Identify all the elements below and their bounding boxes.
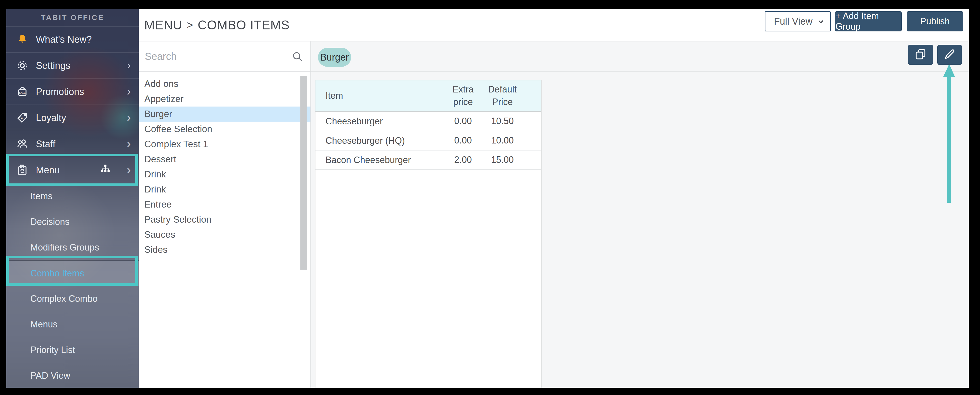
sidebar-item-label: Loyalty xyxy=(36,113,66,123)
table-row[interactable]: Bacon Cheeseburger 2.00 15.00 xyxy=(315,150,541,170)
default-price-cell: 10.00 xyxy=(481,131,524,150)
table-row[interactable]: Cheeseburger 0.00 10.50 xyxy=(315,112,541,131)
category-drink-2[interactable]: Drink xyxy=(139,182,310,197)
category-coffee-selection[interactable]: Coffee Selection xyxy=(139,122,310,137)
item-name-cell: Cheeseburger xyxy=(326,112,383,131)
sidebar-subitem-label: Items xyxy=(30,191,52,201)
item-name-cell: Bacon Cheeseburger xyxy=(326,150,411,170)
view-select[interactable]: Full View xyxy=(765,11,830,31)
svg-text:SALE: SALE xyxy=(19,91,26,94)
breadcrumb: MENU > COMBO ITEMS xyxy=(144,9,290,41)
category-sides[interactable]: Sides xyxy=(139,242,310,257)
svg-text:♥: ♥ xyxy=(21,116,23,120)
people-icon xyxy=(16,138,29,150)
sidebar-item-loyalty[interactable]: ♥ Loyalty › xyxy=(6,105,139,131)
sidebar-item-menus[interactable]: Menus xyxy=(6,312,139,337)
add-item-group-button[interactable]: + Add Item Group xyxy=(835,11,902,31)
item-group-header-row xyxy=(310,42,969,72)
sidebar-subitem-label: PAD View xyxy=(30,370,70,381)
screenshot-frame: TABIT OFFICE What's New? Settings › SALE… xyxy=(0,0,980,395)
chevron-right-icon: › xyxy=(127,164,131,175)
pencil-icon xyxy=(943,48,956,62)
table-header-row: Item Extra price Default Price xyxy=(315,80,541,112)
category-add-ons[interactable]: Add ons xyxy=(139,77,310,91)
category-entree[interactable]: Entree xyxy=(139,197,310,212)
sidebar-item-decisions[interactable]: Decisions xyxy=(6,209,139,235)
search-icon xyxy=(291,51,304,64)
sidebar-item-complex-combo[interactable]: Complex Combo xyxy=(6,286,139,312)
sidebar-subitem-label: Priority List xyxy=(30,345,75,355)
breadcrumb-combo-items[interactable]: COMBO ITEMS xyxy=(198,18,290,32)
sidebar-item-label: Promotions xyxy=(36,86,84,97)
sidebar-item-staff[interactable]: Staff › xyxy=(6,131,139,157)
hierarchy-icon xyxy=(100,163,111,177)
sidebar-item-settings[interactable]: Settings › xyxy=(6,53,139,79)
sidebar-item-priority-list[interactable]: Priority List xyxy=(6,337,139,363)
bell-icon xyxy=(16,33,29,46)
copy-icon xyxy=(914,48,927,62)
extra-price-cell: 0.00 xyxy=(444,131,482,150)
category-pastry-selection[interactable]: Pastry Selection xyxy=(139,212,310,227)
sidebar-item-combo-items[interactable]: Combo Items xyxy=(6,260,139,286)
sidebar-item-items[interactable]: Items xyxy=(6,184,139,209)
tabit-office-app: TABIT OFFICE What's New? Settings › SALE… xyxy=(6,9,969,388)
sidebar-item-label: Menu xyxy=(36,165,60,176)
category-burger[interactable]: Burger xyxy=(139,107,310,122)
extra-price-cell: 2.00 xyxy=(444,150,482,170)
up-arrow-annotation-shaft xyxy=(947,76,951,203)
sale-sign-icon: SALE xyxy=(16,85,29,98)
edit-group-button[interactable] xyxy=(937,45,962,65)
sidebar-item-menu[interactable]: Menu › xyxy=(6,157,139,184)
menu-card-icon xyxy=(16,163,29,177)
sidebar-subitem-label: Complex Combo xyxy=(30,293,98,304)
panel-divider xyxy=(310,42,311,388)
sidebar-subitem-label: Menus xyxy=(30,319,57,329)
item-name-cell: Cheeseburger (HQ) xyxy=(326,131,405,150)
publish-button[interactable]: Publish xyxy=(907,11,963,31)
view-select-wrap: Full View xyxy=(765,11,830,31)
chevron-right-icon: › xyxy=(127,112,131,123)
category-list-scrollbar[interactable] xyxy=(300,76,307,270)
main-area: MENU > COMBO ITEMS Full View + Add Item … xyxy=(139,9,969,388)
loyalty-tag-icon: ♥ xyxy=(16,111,29,125)
category-appetizer[interactable]: Appetizer xyxy=(139,91,310,107)
up-arrow-annotation-head xyxy=(943,64,955,77)
sidebar-item-label: Staff xyxy=(36,139,55,150)
sidebar-subitem-label: Combo Items xyxy=(30,268,84,279)
category-dessert[interactable]: Dessert xyxy=(139,152,310,167)
default-price-cell: 10.50 xyxy=(481,112,524,131)
sidebar-subitem-label: Decisions xyxy=(30,217,70,227)
sidebar-item-whats-new[interactable]: What's New? xyxy=(6,27,139,53)
search-input[interactable] xyxy=(144,42,285,71)
duplicate-group-button[interactable] xyxy=(908,45,933,65)
column-header-item: Item xyxy=(326,80,343,111)
default-price-cell: 15.00 xyxy=(481,150,524,170)
category-list: Add ons Appetizer Burger Coffee Selectio… xyxy=(139,72,310,257)
column-header-extra-price: Extra price xyxy=(444,80,482,111)
menu-submenu: Items Decisions Modifiers Groups Combo I… xyxy=(6,184,139,388)
category-sauces[interactable]: Sauces xyxy=(139,227,310,242)
combo-items-table: Item Extra price Default Price Cheesebur… xyxy=(315,80,542,388)
extra-price-cell: 0.00 xyxy=(444,112,482,131)
chevron-right-icon: › xyxy=(127,85,131,97)
gear-icon xyxy=(16,59,29,72)
sidebar-item-modifiers-groups[interactable]: Modifiers Groups xyxy=(6,235,139,260)
table-row[interactable]: Cheeseburger (HQ) 0.00 10.00 xyxy=(315,131,541,150)
column-header-default-price: Default Price xyxy=(481,80,524,111)
sidebar-subitem-label: Modifiers Groups xyxy=(30,242,99,253)
chevron-right-icon: › xyxy=(127,59,131,71)
breadcrumb-menu[interactable]: MENU xyxy=(144,18,182,32)
sidebar-item-pad-view[interactable]: PAD View xyxy=(6,363,139,388)
sidebar-item-promotions[interactable]: SALE Promotions › xyxy=(6,79,139,105)
search-bar xyxy=(139,42,310,71)
page-header: MENU > COMBO ITEMS Full View + Add Item … xyxy=(139,9,969,42)
category-drink-1[interactable]: Drink xyxy=(139,167,310,182)
sidebar-item-label: What's New? xyxy=(36,34,92,45)
sidebar-item-label: Settings xyxy=(36,60,70,71)
brand-title: TABIT OFFICE xyxy=(6,9,139,27)
sidebar: TABIT OFFICE What's New? Settings › SALE… xyxy=(6,9,139,388)
selected-group-chip[interactable]: Burger xyxy=(318,48,351,67)
category-complex-test-1[interactable]: Complex Test 1 xyxy=(139,137,310,152)
search-divider xyxy=(139,71,310,72)
chevron-right-icon: › xyxy=(127,138,131,149)
